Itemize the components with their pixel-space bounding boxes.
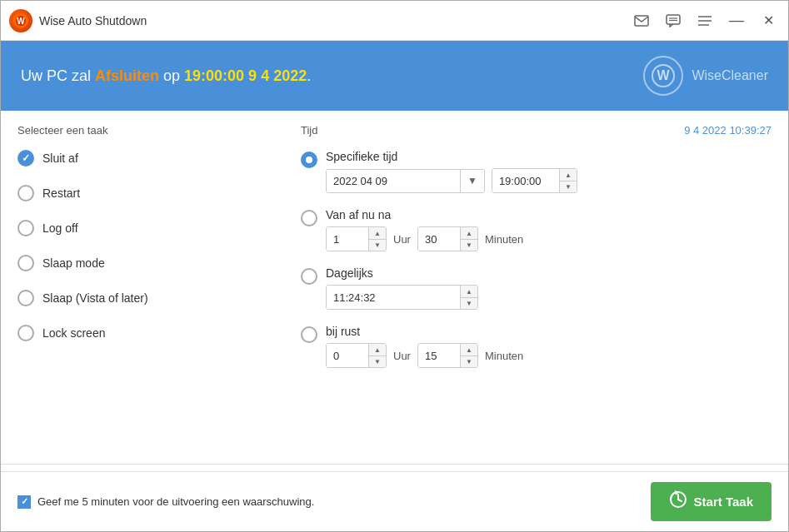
task-lockscreen[interactable]: Lock screen — [17, 325, 267, 341]
time-up-button[interactable]: ▲ — [560, 169, 577, 181]
minutes-unit-2: Minuten — [485, 350, 523, 362]
hours-up-1[interactable]: ▲ — [369, 227, 386, 239]
option-daily: Dagelijks ▲ ▼ — [301, 266, 772, 310]
minutes-spinner-1[interactable]: ▲ ▼ — [417, 226, 478, 251]
daily-spinner-buttons: ▲ ▼ — [460, 286, 477, 309]
banner-middle: op — [159, 67, 184, 84]
option-on-idle: bij rust ▲ ▼ Uur — [301, 325, 772, 368]
chat-button[interactable] — [662, 9, 685, 32]
sleep-label: Slaap mode — [42, 256, 105, 270]
main-content: Selecteer een taak Sluit af Restart Log … — [1, 111, 788, 457]
on-idle-radio[interactable] — [301, 326, 317, 343]
window-controls: — ✕ — [630, 9, 780, 32]
sleep-radio[interactable] — [17, 255, 34, 271]
sleep-vista-radio[interactable] — [17, 290, 34, 306]
hours-field-1[interactable] — [327, 227, 368, 251]
hours-down-2[interactable]: ▼ — [369, 355, 386, 367]
footer: Geef me 5 minuten voor de uitvoering een… — [1, 471, 788, 531]
logoff-label: Log off — [42, 221, 78, 235]
on-idle-inputs: ▲ ▼ Uur ▲ ▼ Minuten — [326, 343, 772, 368]
minutes-unit-1: Minuten — [485, 233, 523, 246]
on-idle-label: bij rust — [326, 325, 772, 338]
daily-time-field[interactable] — [327, 286, 460, 309]
from-now-label: Van af nu na — [326, 208, 772, 221]
current-time-display: 9 4 2022 10:39:27 — [684, 124, 772, 137]
restart-label: Restart — [42, 186, 80, 200]
hours-up-2[interactable]: ▲ — [369, 344, 386, 355]
restart-radio[interactable] — [17, 185, 34, 201]
minutes-field-2[interactable] — [418, 344, 460, 367]
sleep-vista-label: Slaap (Vista of later) — [42, 291, 148, 305]
menu-button[interactable] — [693, 9, 717, 32]
banner-suffix: . — [307, 67, 311, 84]
from-now-content: Van af nu na ▲ ▼ Uur — [326, 208, 772, 251]
banner-action: Afsluiten — [95, 67, 159, 84]
task-sleep[interactable]: Slaap mode — [17, 255, 267, 271]
specific-time-label: Specifieke tijd — [326, 150, 772, 163]
from-now-inputs: ▲ ▼ Uur ▲ ▼ Minuten — [326, 226, 772, 251]
specific-time-content: Specifieke tijd ▼ ▲ ▼ — [326, 150, 772, 193]
lockscreen-label: Lock screen — [42, 326, 105, 340]
daily-time-spinner[interactable]: ▲ ▼ — [326, 285, 478, 310]
hours-spinner-2-buttons: ▲ ▼ — [368, 344, 386, 367]
hours-spinner-1-buttons: ▲ ▼ — [368, 227, 386, 251]
divider — [1, 464, 788, 465]
hours-field-2[interactable] — [327, 344, 368, 367]
hours-down-1[interactable]: ▼ — [369, 239, 386, 251]
hours-spinner-2[interactable]: ▲ ▼ — [326, 343, 387, 368]
date-dropdown[interactable]: ▼ — [326, 169, 485, 193]
daily-content: Dagelijks ▲ ▼ — [326, 266, 772, 310]
on-idle-content: bij rust ▲ ▼ Uur — [326, 325, 772, 368]
minutes-down-2[interactable]: ▼ — [461, 355, 477, 367]
time-section-label: Tijd — [301, 124, 317, 137]
shutdown-label: Sluit af — [42, 152, 78, 165]
minutes-spinner-1-buttons: ▲ ▼ — [460, 227, 477, 251]
banner-prefix: Uw PC zal — [21, 67, 95, 84]
app-title: Wise Auto Shutdown — [39, 14, 630, 27]
daily-down[interactable]: ▼ — [461, 297, 477, 309]
hours-spinner-1[interactable]: ▲ ▼ — [326, 226, 387, 251]
banner-datetime: 19:00:00 9 4 2022 — [184, 67, 307, 84]
task-restart[interactable]: Restart — [17, 185, 267, 201]
svg-line-14 — [678, 500, 682, 501]
svg-rect-3 — [635, 16, 648, 26]
time-down-button[interactable]: ▼ — [560, 181, 577, 192]
lockscreen-radio[interactable] — [17, 325, 34, 341]
minutes-up-2[interactable]: ▲ — [461, 344, 477, 355]
task-sleep-vista[interactable]: Slaap (Vista of later) — [17, 290, 267, 306]
warning-checkbox[interactable] — [17, 495, 31, 509]
minutes-down-1[interactable]: ▼ — [461, 239, 477, 251]
app-icon: W — [9, 9, 32, 32]
time-spinner[interactable]: ▲ ▼ — [492, 168, 577, 193]
minutes-field-1[interactable] — [418, 227, 460, 251]
hours-unit-1: Uur — [393, 233, 411, 246]
minutes-up-1[interactable]: ▲ — [461, 227, 477, 239]
task-logoff[interactable]: Log off — [17, 220, 267, 236]
from-now-radio[interactable] — [301, 210, 317, 226]
shutdown-radio[interactable] — [17, 150, 34, 167]
date-field[interactable] — [327, 170, 460, 192]
daily-radio[interactable] — [301, 268, 317, 285]
start-button[interactable]: Start Taak — [651, 482, 772, 521]
clock-icon — [669, 490, 687, 513]
banner: Uw PC zal Afsluiten op 19:00:00 9 4 2022… — [1, 41, 788, 111]
svg-text:W: W — [657, 68, 671, 82]
svg-rect-4 — [667, 15, 680, 24]
specific-time-radio[interactable] — [301, 152, 317, 168]
task-shutdown[interactable]: Sluit af — [17, 150, 267, 167]
banner-message: Uw PC zal Afsluiten op 19:00:00 9 4 2022… — [21, 67, 311, 85]
svg-text:W: W — [17, 17, 25, 26]
mail-button[interactable] — [630, 9, 653, 32]
daily-inputs: ▲ ▼ — [326, 285, 772, 310]
logoff-radio[interactable] — [17, 220, 34, 236]
logo-name: WiseCleaner — [692, 68, 768, 83]
minimize-button[interactable]: — — [725, 9, 748, 32]
minutes-spinner-2-buttons: ▲ ▼ — [460, 344, 477, 367]
option-specific-time: Specifieke tijd ▼ ▲ ▼ — [301, 150, 772, 193]
time-field[interactable] — [492, 169, 559, 192]
minutes-spinner-2[interactable]: ▲ ▼ — [417, 343, 478, 368]
close-button[interactable]: ✕ — [757, 9, 780, 32]
time-spinner-buttons: ▲ ▼ — [559, 169, 577, 192]
daily-up[interactable]: ▲ — [461, 286, 477, 297]
date-dropdown-arrow[interactable]: ▼ — [460, 170, 484, 192]
